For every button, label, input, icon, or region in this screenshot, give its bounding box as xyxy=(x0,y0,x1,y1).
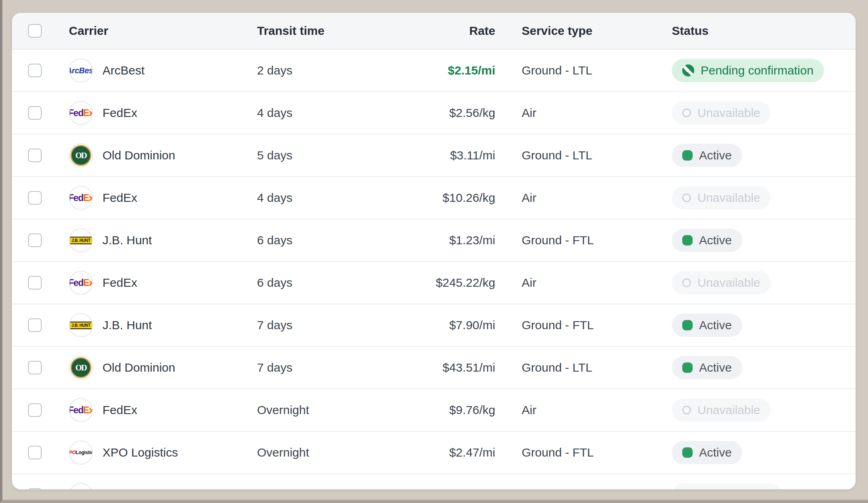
carrier-logo-icon: OD xyxy=(69,143,93,167)
status-badge xyxy=(672,483,782,489)
column-header-service-type: Service type xyxy=(495,24,672,38)
status-cell: Active xyxy=(672,356,856,379)
carrier-name: FedEx xyxy=(102,191,137,205)
status-active-icon xyxy=(682,150,693,161)
status-unavailable-icon xyxy=(682,406,691,414)
rate: $43.51/mi xyxy=(401,361,495,374)
carrier-logo-icon xyxy=(69,483,93,489)
carrier-cell: FedEx FedEx xyxy=(69,398,257,422)
carrier-logo-icon: J.B. HUNT xyxy=(69,313,93,337)
rate: $10.26/kg xyxy=(401,191,495,205)
transit-time: Overnight xyxy=(257,403,401,417)
logo-text: Ex xyxy=(83,405,93,416)
carrier-logo-icon: J.B. HUNT xyxy=(69,228,93,252)
table-row: J.B. HUNT J.B. Hunt 7 days $7.90/mi Grou… xyxy=(12,304,856,347)
status-cell: Unavailable xyxy=(672,186,856,209)
carrier-name: J.B. Hunt xyxy=(102,318,152,332)
rate: $9.76/kg xyxy=(401,403,495,417)
table-row xyxy=(12,474,856,489)
row-checkbox[interactable] xyxy=(28,276,42,290)
table-row: ArcBest ArcBest 2 days $2.15/mi Ground -… xyxy=(12,50,856,92)
carrier-cell: FedEx FedEx xyxy=(69,186,257,210)
status-badge: Pending confirmation xyxy=(672,59,824,82)
carrier-cell: XPOLogistics XPO Logistics xyxy=(69,441,257,465)
carrier-logo-icon: OD xyxy=(69,356,93,380)
row-checkbox[interactable] xyxy=(28,361,42,374)
carrier-logo-icon: XPOLogistics xyxy=(69,441,93,465)
service-type: Ground - LTL xyxy=(495,149,672,162)
column-header-status: Status xyxy=(672,24,856,38)
logo-text: XPO xyxy=(69,450,76,455)
status-badge: Active xyxy=(672,441,742,464)
rate: $1.23/mi xyxy=(401,233,495,247)
carrier-cell: FedEx FedEx xyxy=(69,101,257,125)
row-checkbox[interactable] xyxy=(28,403,42,417)
row-select-cell xyxy=(12,106,69,120)
status-cell: Active xyxy=(672,314,856,337)
carrier-name: FedEx xyxy=(102,106,137,120)
row-checkbox[interactable] xyxy=(28,149,42,162)
status-pending-icon xyxy=(682,64,694,76)
status-active-icon xyxy=(682,320,693,330)
status-active-icon xyxy=(682,447,693,458)
status-badge: Unavailable xyxy=(672,101,771,125)
service-type: Air xyxy=(495,106,672,120)
rate: $2.15/mi xyxy=(401,64,495,77)
status-label: Pending confirmation xyxy=(701,64,814,77)
row-checkbox[interactable] xyxy=(28,64,42,77)
status-active-icon xyxy=(682,362,693,373)
logo-text: Fed xyxy=(69,193,83,203)
service-type: Ground - LTL xyxy=(495,361,672,374)
transit-time: 4 days xyxy=(257,106,401,120)
transit-time: 7 days xyxy=(257,361,401,374)
logo-text: Ex xyxy=(83,193,93,203)
transit-time: Overnight xyxy=(257,446,401,459)
table-row: XPOLogistics XPO Logistics Overnight $2.… xyxy=(12,432,856,474)
status-active-icon xyxy=(682,235,693,245)
row-checkbox[interactable] xyxy=(28,233,42,247)
row-checkbox[interactable] xyxy=(28,106,42,120)
status-cell: Active xyxy=(672,144,856,167)
status-unavailable-icon xyxy=(682,278,691,287)
carrier-cell xyxy=(69,483,257,489)
carrier-cell: FedEx FedEx xyxy=(69,271,257,295)
status-badge: Active xyxy=(672,229,742,252)
service-type: Air xyxy=(495,403,672,417)
service-type: Ground - FTL xyxy=(495,233,672,247)
carrier-name: FedEx xyxy=(102,276,137,290)
carrier-name: ArcBest xyxy=(102,64,145,77)
row-select-cell xyxy=(12,446,69,459)
select-all-checkbox[interactable] xyxy=(28,24,42,38)
logo-text: Logistics xyxy=(76,450,93,455)
status-label: Unavailable xyxy=(697,276,760,290)
table-row: OD Old Dominion 7 days $43.51/mi Ground … xyxy=(12,347,856,389)
service-type: Ground - LTL xyxy=(495,64,672,77)
status-label: Unavailable xyxy=(697,191,760,205)
carrier-logo-icon: FedEx xyxy=(69,271,93,295)
status-badge: Unavailable xyxy=(672,186,771,209)
status-cell: Active xyxy=(672,229,856,252)
row-checkbox[interactable] xyxy=(28,318,42,332)
old-dominion-monogram-icon: OD xyxy=(70,357,91,378)
page-background: Carrier Transit time Rate Service type S… xyxy=(0,0,868,503)
service-type: Ground - FTL xyxy=(495,318,672,332)
row-select-cell xyxy=(12,403,69,417)
logo-text: J.B. HUNT xyxy=(69,322,92,329)
transit-time: 4 days xyxy=(257,191,401,205)
column-header-transit-time: Transit time xyxy=(257,24,401,38)
carrier-cell: OD Old Dominion xyxy=(69,356,257,380)
logo-text: Fed xyxy=(69,108,83,119)
status-badge: Unavailable xyxy=(672,398,771,422)
status-badge: Active xyxy=(672,356,742,379)
status-label: Active xyxy=(699,149,732,162)
logo-text: OD xyxy=(75,151,86,161)
table-row: FedEx FedEx Overnight $9.76/kg Air Unava… xyxy=(12,389,856,432)
row-checkbox[interactable] xyxy=(28,446,42,459)
row-checkbox[interactable] xyxy=(28,488,42,489)
carrier-logo-icon: FedEx xyxy=(69,186,93,210)
carrier-name: Old Dominion xyxy=(102,149,175,162)
row-select-cell xyxy=(12,233,69,247)
row-checkbox[interactable] xyxy=(28,191,42,205)
status-label: Active xyxy=(699,446,732,459)
table-body: ArcBest ArcBest 2 days $2.15/mi Ground -… xyxy=(12,50,856,489)
